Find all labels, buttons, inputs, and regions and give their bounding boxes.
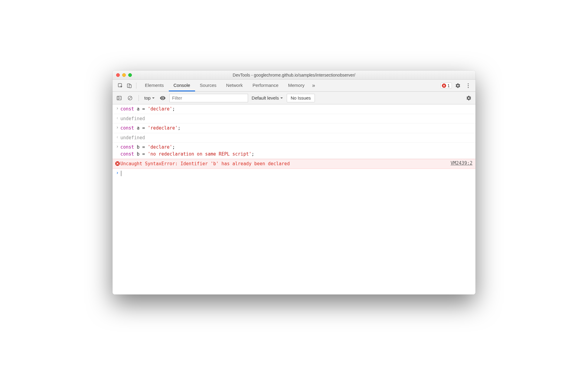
- console-row: ›const a = 'declare';: [113, 104, 475, 114]
- console-row: ›: [113, 169, 475, 178]
- more-options-icon[interactable]: [464, 81, 472, 90]
- zoom-window-button[interactable]: [128, 73, 132, 77]
- console-sidebar-toggle-icon[interactable]: [115, 94, 123, 102]
- separator: [139, 95, 139, 101]
- console-output-value: undefined: [120, 135, 145, 140]
- context-label: top: [144, 95, 151, 100]
- context-selector[interactable]: top: [143, 95, 156, 101]
- more-tabs-button[interactable]: »: [309, 81, 318, 90]
- prompt-icon: ›: [116, 170, 119, 176]
- clear-console-icon[interactable]: [126, 94, 134, 102]
- input-prompt-icon: ›: [116, 125, 119, 130]
- console-input: const a = 'declare';: [120, 106, 472, 113]
- svg-rect-2: [129, 85, 131, 88]
- console-settings-icon[interactable]: [465, 94, 473, 102]
- minimize-window-button[interactable]: [122, 73, 126, 77]
- issues-button[interactable]: No Issues: [287, 94, 315, 102]
- svg-point-5: [468, 87, 469, 88]
- console-row: ‹undefined: [113, 114, 475, 124]
- output-prompt-icon: ‹: [116, 134, 119, 140]
- tab-performance[interactable]: Performance: [248, 80, 283, 91]
- tab-elements[interactable]: Elements: [140, 80, 169, 91]
- console-output[interactable]: ›const a = 'declare';‹undefined›const a …: [113, 104, 475, 294]
- error-count: 1: [447, 83, 450, 88]
- text-caret: [121, 171, 121, 176]
- console-row: Uncaught SyntaxError: Identifier 'b' has…: [113, 159, 475, 169]
- tab-console[interactable]: Console: [169, 80, 195, 91]
- separator: [136, 83, 136, 89]
- error-icon: [442, 84, 446, 88]
- console-input: const b = 'declare'; const b = 'no redec…: [120, 144, 472, 157]
- console-row: ›const b = 'declare'; const b = 'no rede…: [113, 143, 475, 159]
- input-prompt-icon: ›: [116, 106, 119, 111]
- error-icon: [114, 160, 120, 166]
- console-input: const a = 'redeclare';: [120, 125, 472, 132]
- filter-input[interactable]: [169, 94, 248, 102]
- svg-point-3: [468, 83, 469, 84]
- console-row: ‹undefined: [113, 133, 475, 143]
- error-count-badge[interactable]: 1: [441, 83, 452, 89]
- titlebar: DevTools - googlechrome.github.io/sample…: [113, 71, 475, 80]
- log-levels-selector[interactable]: Default levels: [250, 95, 284, 100]
- error-source-link[interactable]: VM2439:2: [447, 160, 472, 166]
- error-message: Uncaught SyntaxError: Identifier 'b' has…: [120, 160, 447, 167]
- tab-memory[interactable]: Memory: [283, 80, 309, 91]
- chevron-down-icon: [152, 97, 155, 100]
- levels-label: Default levels: [252, 95, 279, 100]
- device-toolbar-icon[interactable]: [125, 81, 134, 90]
- inspect-element-icon[interactable]: [116, 81, 125, 90]
- output-prompt-icon: ‹: [116, 115, 119, 121]
- window-title: DevTools - googlechrome.github.io/sample…: [113, 73, 475, 77]
- svg-point-4: [468, 85, 469, 86]
- devtools-window: DevTools - googlechrome.github.io/sample…: [113, 71, 475, 294]
- settings-icon[interactable]: [454, 81, 462, 90]
- tab-network[interactable]: Network: [221, 80, 248, 91]
- tab-sources[interactable]: Sources: [195, 80, 221, 91]
- traffic-lights: [113, 73, 132, 77]
- console-input-line[interactable]: [120, 170, 472, 177]
- console-toolbar: top Default levels No Issues: [113, 92, 475, 104]
- console-row: ›const a = 'redeclare';: [113, 123, 475, 133]
- live-expression-icon[interactable]: [158, 94, 167, 102]
- chevron-down-icon: [280, 97, 283, 100]
- close-window-button[interactable]: [116, 73, 120, 77]
- panel-tabs: ElementsConsoleSourcesNetworkPerformance…: [140, 80, 309, 91]
- console-output-value: undefined: [120, 116, 145, 121]
- main-tabbar: ElementsConsoleSourcesNetworkPerformance…: [113, 80, 475, 92]
- input-prompt-icon: ›: [116, 144, 119, 149]
